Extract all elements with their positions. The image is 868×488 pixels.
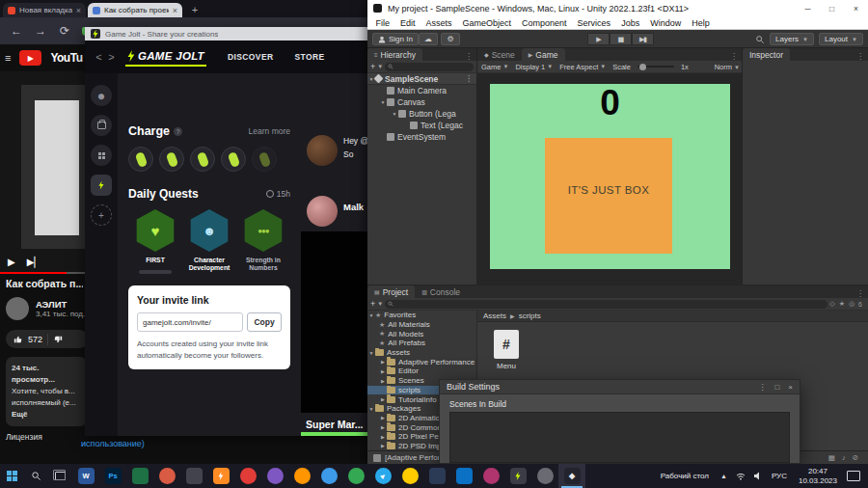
- menu-window[interactable]: Window: [645, 18, 687, 28]
- tree-item[interactable]: ▶Editor: [367, 366, 476, 376]
- youtube-logo-text[interactable]: YouTu: [50, 51, 82, 65]
- task-view-button[interactable]: [48, 464, 72, 488]
- menu-edit[interactable]: Edit: [395, 18, 421, 28]
- taskbar-vscode[interactable]: [450, 464, 477, 488]
- taskbar-app[interactable]: [261, 464, 288, 488]
- charge-sticker[interactable]: [221, 147, 246, 172]
- aspect-dropdown[interactable]: Free Aspect▼: [559, 63, 606, 71]
- unity-titlebar[interactable]: My project - SampleScene - Windows, Mac,…: [367, 0, 868, 16]
- avatar[interactable]: [6, 297, 29, 320]
- scenes-in-build-list[interactable]: [449, 412, 790, 463]
- add-icon[interactable]: +: [370, 299, 375, 309]
- invite-link-input[interactable]: [137, 312, 243, 332]
- sign-in-button[interactable]: Sign In: [372, 33, 419, 45]
- gamejolt-logo[interactable]: GAME JOLT: [125, 47, 206, 67]
- community-icon[interactable]: [91, 175, 112, 196]
- breadcrumb-current[interactable]: scripts: [519, 312, 541, 320]
- hierarchy-search-input[interactable]: [385, 63, 474, 71]
- pause-button[interactable]: ▮▮: [610, 33, 632, 45]
- layout-dropdown[interactable]: Layout▼: [819, 33, 863, 45]
- kebab-menu-icon[interactable]: ⋮: [465, 52, 476, 61]
- tab-console[interactable]: ▥Console: [415, 285, 467, 298]
- taskbar-app[interactable]: [423, 464, 450, 488]
- library-grid-icon[interactable]: [91, 145, 112, 166]
- game-caption[interactable]: Super Mar...: [306, 419, 364, 430]
- kebab-menu-icon[interactable]: ⋮: [465, 74, 476, 83]
- menu-assets[interactable]: Assets: [420, 18, 457, 28]
- tree-item[interactable]: ★All Materials: [367, 320, 476, 330]
- youtube-logo-icon[interactable]: ▶: [19, 50, 41, 66]
- taskbar-opera[interactable]: [234, 464, 261, 488]
- hierarchy-item-canvas[interactable]: ▼ Canvas: [367, 96, 476, 108]
- taskbar-firefox[interactable]: [288, 464, 315, 488]
- minimize-button[interactable]: ─: [796, 0, 820, 16]
- nav-store[interactable]: STORE: [295, 52, 325, 62]
- video-description[interactable]: 24 тыс. просмотр... Хотите, чтобы в... и…: [6, 357, 87, 426]
- charge-sticker[interactable]: [190, 147, 215, 172]
- tree-item[interactable]: ★All Prefabs: [367, 339, 476, 348]
- avatar[interactable]: [307, 135, 338, 166]
- taskbar-clock[interactable]: 20:47 10.03.2023: [793, 467, 843, 486]
- close-button[interactable]: ×: [788, 383, 793, 392]
- info-icon[interactable]: ?: [174, 127, 182, 136]
- forward-icon[interactable]: →: [34, 24, 47, 38]
- close-icon[interactable]: ×: [76, 6, 81, 15]
- play-button[interactable]: ▶: [587, 33, 610, 45]
- services-gear-icon[interactable]: ⚙: [441, 33, 460, 45]
- maximize-button[interactable]: □: [820, 0, 844, 16]
- kebab-menu-icon[interactable]: ⋮: [730, 52, 742, 61]
- hierarchy-item-camera[interactable]: Main Camera: [367, 85, 476, 96]
- quest-strength[interactable]: ●●● Strength in Numbers: [236, 209, 290, 274]
- status-disabled-icon[interactable]: ⊘: [853, 453, 858, 462]
- maximize-button[interactable]: □: [774, 383, 779, 392]
- taskbar-app[interactable]: [153, 464, 180, 488]
- slider-thumb[interactable]: [639, 64, 646, 70]
- quest-first[interactable]: ♥ FIRST: [128, 209, 182, 274]
- dislike-icon[interactable]: [53, 335, 63, 344]
- focus-dropdown[interactable]: Norm▼: [715, 61, 740, 73]
- save-search-icon[interactable]: ★: [839, 300, 845, 308]
- close-icon[interactable]: ×: [173, 6, 177, 15]
- step-button[interactable]: ▶▮: [632, 33, 654, 45]
- forward-icon[interactable]: >: [105, 51, 118, 63]
- build-settings-titlebar[interactable]: Build Settings ⋮ □ ×: [440, 380, 800, 394]
- chevron-down-icon[interactable]: ▼: [377, 301, 383, 307]
- display-dropdown[interactable]: Display 1▼: [515, 63, 553, 71]
- status-audio-icon[interactable]: ♪: [842, 453, 846, 462]
- kebab-menu-icon[interactable]: ⋮: [856, 289, 868, 298]
- tab-scene[interactable]: ◆Scene: [477, 48, 522, 61]
- charge-sticker[interactable]: [159, 147, 184, 172]
- menu-help[interactable]: Help: [687, 18, 716, 28]
- taskbar-opera-gx[interactable]: [477, 464, 504, 488]
- charge-sticker-empty[interactable]: [252, 147, 277, 172]
- taskbar-gamejolt-2[interactable]: [504, 464, 531, 488]
- tab-hierarchy[interactable]: ≡Hierarchy: [367, 48, 422, 61]
- chevron-down-icon[interactable]: ▼: [377, 64, 383, 69]
- profile-icon[interactable]: ☻: [91, 85, 112, 106]
- file-menu-script[interactable]: # Menu: [489, 330, 524, 370]
- game-viewport[interactable]: 0 IT'S JUST BOX: [477, 73, 742, 285]
- taskbar-app[interactable]: [342, 464, 369, 488]
- tab-project[interactable]: ▤Project: [367, 285, 415, 298]
- chat-username[interactable]: Malk: [343, 202, 364, 227]
- back-icon[interactable]: <: [93, 51, 105, 63]
- reload-icon[interactable]: ⟳: [58, 24, 71, 38]
- chat-message[interactable]: Malk: [307, 196, 364, 227]
- layers-dropdown[interactable]: Layers▼: [770, 33, 814, 45]
- taskbar-gamejolt[interactable]: [207, 464, 234, 488]
- nav-discover[interactable]: DISCOVER: [228, 52, 274, 62]
- start-button[interactable]: [0, 464, 24, 488]
- tree-assets[interactable]: ▼Assets: [367, 348, 476, 358]
- tree-favorites[interactable]: ▼★Favorites: [367, 311, 476, 320]
- hierarchy-item-button[interactable]: ▼ Button (Lega: [367, 108, 476, 120]
- back-icon[interactable]: ←: [10, 24, 23, 38]
- game-mode-dropdown[interactable]: Game▼: [481, 63, 508, 71]
- tree-item[interactable]: ▶Adaptive Performance: [367, 357, 476, 366]
- desc-more-link[interactable]: Ещё: [12, 409, 81, 420]
- taskbar-app[interactable]: [396, 464, 423, 488]
- play-icon[interactable]: ▶: [8, 257, 15, 267]
- taskbar-search-button[interactable]: [24, 464, 48, 488]
- hierarchy-item-scene[interactable]: ▼ SampleScene⋮: [367, 73, 476, 85]
- browser-tab-new[interactable]: Новая вкладка ×: [3, 3, 86, 17]
- status-icon[interactable]: [373, 454, 381, 462]
